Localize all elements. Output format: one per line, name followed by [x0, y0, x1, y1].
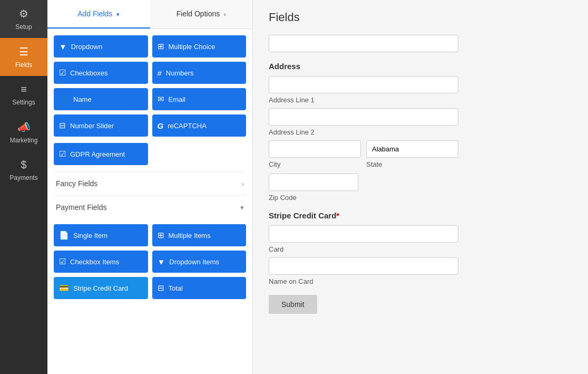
fields-panel[interactable]: ▼ Dropdown ⊞ Multiple Choice ☑ Checkboxe… [47, 29, 252, 374]
number-slider-button[interactable]: ⊟ Number Slider [54, 114, 148, 137]
number-slider-icon: ⊟ [59, 121, 66, 130]
sidebar-item-payments-label: Payments [9, 174, 37, 181]
sidebar-item-fields[interactable]: ☰ Fields [0, 38, 47, 76]
payment-fields-grid: 📄 Single Item ⊞ Multiple Items ☑ Checkbo… [54, 224, 246, 299]
name-button[interactable]: 👤 Name [54, 88, 148, 110]
email-button[interactable]: ✉ Email [152, 88, 247, 110]
sidebar-item-fields-label: Fields [15, 61, 32, 69]
top-input-group [269, 35, 572, 52]
single-item-icon: 📄 [59, 231, 69, 240]
arrow-container [54, 305, 246, 337]
sidebar-item-marketing[interactable]: 📣 Marketing [0, 113, 47, 151]
field-options-chevron-icon: › [224, 11, 226, 17]
state-label: State [366, 160, 458, 168]
tabs-row: Add Fields ▾ Field Options › [47, 0, 252, 29]
numbers-button[interactable]: # Numbers [152, 62, 247, 84]
left-panel: Add Fields ▾ Field Options › ▼ Dropdown … [47, 0, 253, 374]
sidebar: ⚙ Setup ☰ Fields ≡ Settings 📣 Marketing … [0, 0, 47, 374]
tab-field-options[interactable]: Field Options › [150, 0, 253, 28]
total-button[interactable]: ⊟ Total [152, 277, 247, 299]
zip-group: Zip Code [269, 174, 572, 202]
standard-fields-grid: ▼ Dropdown ⊞ Multiple Choice ☑ Checkboxe… [54, 35, 246, 137]
dropdown-icon: ▼ [59, 42, 67, 51]
sidebar-item-settings-label: Settings [12, 99, 35, 106]
dropdown-button[interactable]: ▼ Dropdown [54, 35, 148, 57]
dropdown-items-icon: ▼ [158, 257, 165, 266]
address-line2-group: Address Line 2 [269, 108, 572, 136]
checkboxes-button[interactable]: ☑ Checkboxes [54, 62, 148, 84]
stripe-section-group: Stripe Credit Card* Card Name on Card Su… [269, 211, 572, 314]
required-mark: * [336, 211, 339, 220]
multiple-items-icon: ⊞ [158, 231, 164, 240]
multiple-items-button[interactable]: ⊞ Multiple Items [152, 224, 247, 246]
city-state-labels: City State [269, 158, 458, 168]
checkbox-items-button[interactable]: ☑ Checkbox Items [54, 251, 148, 273]
settings-icon: ≡ [21, 83, 27, 95]
email-icon: ✉ [158, 94, 164, 104]
submit-button[interactable]: Submit [269, 295, 317, 314]
card-label: Card [269, 245, 572, 253]
setup-icon: ⚙ [19, 7, 28, 20]
gdpr-button[interactable]: ☑ GDPR Agreement [54, 143, 148, 165]
sidebar-item-payments[interactable]: $ Payments [0, 151, 47, 189]
card-input[interactable] [269, 225, 458, 243]
payment-fields-chevron-icon: ▾ [240, 204, 244, 212]
gdpr-icon: ☑ [59, 149, 66, 159]
sidebar-item-settings[interactable]: ≡ Settings [0, 76, 47, 113]
stripe-credit-card-button[interactable]: 💳 Stripe Credit Card [54, 277, 148, 299]
right-panel: Fields Address Address Line 1 Address Li… [253, 0, 588, 374]
red-arrow-annotation [47, 290, 64, 332]
state-group: Alabama Alaska Arizona Arkansas Californ… [366, 140, 458, 158]
recaptcha-icon: G [158, 121, 164, 130]
name-icon: 👤 [59, 94, 69, 104]
tab-add-fields[interactable]: Add Fields ▾ [47, 0, 150, 28]
stripe-section-label: Stripe Credit Card* [269, 211, 572, 220]
state-select[interactable]: Alabama Alaska Arizona Arkansas Californ… [366, 140, 458, 158]
multiple-choice-icon: ⊞ [158, 42, 164, 51]
card-group: Card [269, 225, 572, 253]
marketing-icon: 📣 [17, 121, 31, 133]
page-title: Fields [269, 11, 572, 24]
checkboxes-icon: ☑ [59, 68, 66, 78]
name-on-card-label: Name on Card [269, 277, 572, 285]
payment-fields-section[interactable]: Payment Fields ▾ [54, 195, 246, 219]
single-item-button[interactable]: 📄 Single Item [54, 224, 148, 246]
top-input[interactable] [269, 35, 458, 52]
city-state-row: Alabama Alaska Arizona Arkansas Californ… [269, 140, 458, 158]
dropdown-items-button[interactable]: ▼ Dropdown Items [152, 251, 247, 273]
address-line1-group: Address Line 1 [269, 76, 572, 104]
zip-label: Zip Code [269, 194, 572, 202]
sidebar-item-setup-label: Setup [15, 23, 32, 31]
multiple-choice-button[interactable]: ⊞ Multiple Choice [152, 35, 247, 57]
name-on-card-input[interactable] [269, 257, 458, 275]
checkbox-items-icon: ☑ [59, 257, 66, 266]
sidebar-item-marketing-label: Marketing [10, 137, 38, 144]
total-icon: ⊟ [158, 283, 164, 293]
fancy-fields-section[interactable]: Fancy Fields › [54, 171, 246, 195]
city-input[interactable] [269, 140, 361, 158]
recaptcha-button[interactable]: G reCAPTCHA [152, 114, 247, 137]
add-fields-chevron-icon: ▾ [116, 11, 120, 17]
name-on-card-group: Name on Card [269, 257, 572, 285]
city-group [269, 140, 361, 158]
payments-icon: $ [21, 159, 26, 171]
address-line1-label: Address Line 1 [269, 96, 572, 104]
zip-input[interactable] [269, 174, 358, 191]
address-line2-input[interactable] [269, 108, 458, 126]
address-line2-label: Address Line 2 [269, 128, 572, 136]
fancy-fields-chevron-icon: › [242, 180, 244, 188]
fields-icon: ☰ [19, 45, 28, 58]
city-label: City [269, 160, 361, 168]
sidebar-item-setup[interactable]: ⚙ Setup [0, 0, 47, 38]
numbers-icon: # [158, 69, 162, 78]
address-section-group: Address Address Line 1 Address Line 2 Al… [269, 62, 572, 202]
address-section-label: Address [269, 62, 572, 71]
address-line1-input[interactable] [269, 76, 458, 93]
